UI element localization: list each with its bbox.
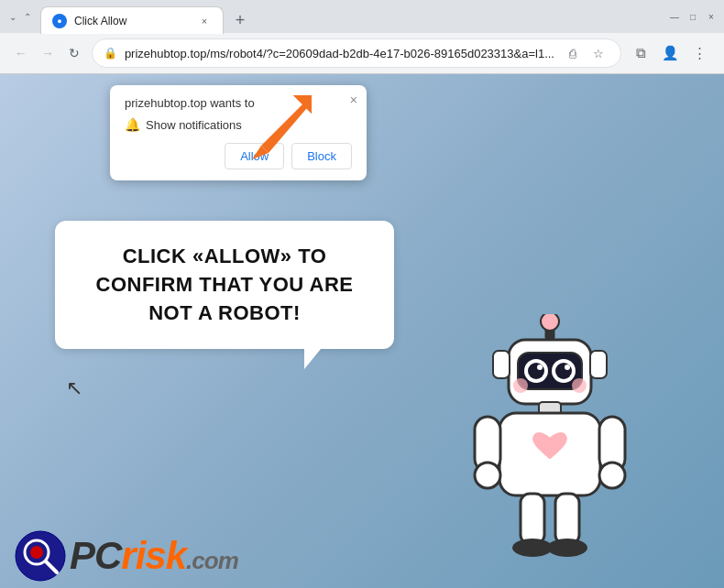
svg-point-24 bbox=[512, 539, 553, 557]
svg-point-10 bbox=[537, 365, 543, 370]
bookmark-icon[interactable]: ☆ bbox=[587, 42, 609, 64]
toolbar-right: ⧉ 👤 ⋮ bbox=[629, 40, 713, 66]
mouse-cursor: ↖ bbox=[66, 376, 82, 400]
chevron-up-icon[interactable]: ⌃ bbox=[22, 11, 33, 22]
tab-strip: ● Click Allow × + bbox=[40, 0, 662, 33]
maximize-button[interactable]: □ bbox=[687, 11, 698, 22]
pcrisk-text: PCrisk.com bbox=[70, 537, 238, 575]
orange-arrow bbox=[243, 91, 316, 164]
close-window-button[interactable]: × bbox=[706, 11, 717, 22]
new-tab-button[interactable]: + bbox=[227, 7, 253, 33]
svg-rect-15 bbox=[590, 351, 607, 378]
svg-point-13 bbox=[572, 378, 587, 393]
notification-header: prizehubtop.top wants to bbox=[125, 96, 352, 110]
svg-point-28 bbox=[30, 546, 43, 559]
notification-buttons: Allow Block bbox=[125, 143, 352, 169]
svg-rect-22 bbox=[521, 494, 544, 544]
svg-point-3 bbox=[541, 314, 559, 331]
svg-rect-14 bbox=[493, 351, 510, 378]
refresh-button[interactable]: ↻ bbox=[65, 40, 84, 66]
pcrisk-icon bbox=[15, 530, 66, 582]
share-icon[interactable]: ⎙ bbox=[562, 42, 584, 64]
window-controls-right: — □ × bbox=[669, 11, 717, 22]
bubble-text: CLICK «ALLOW» TO CONFIRM THAT YOU ARE NO… bbox=[81, 243, 368, 327]
account-icon[interactable]: 👤 bbox=[658, 40, 684, 66]
url-text: prizehubtop.top/ms/robot4/?c=20609dad-b2… bbox=[125, 47, 554, 60]
forward-button[interactable]: → bbox=[38, 40, 57, 66]
notification-bell-row: 🔔 Show notifications bbox=[125, 117, 352, 132]
tab-favicon: ● bbox=[52, 14, 67, 28]
browser-chrome: ⌄ ⌃ ● Click Allow × + — □ × ← → ↻ 🔒 priz… bbox=[0, 0, 724, 74]
active-tab[interactable]: ● Click Allow × bbox=[40, 6, 224, 34]
pc-text: PC bbox=[70, 534, 121, 577]
tab-title: Click Allow bbox=[74, 15, 190, 27]
svg-rect-23 bbox=[555, 494, 579, 544]
svg-point-25 bbox=[547, 539, 587, 557]
risk-text: risk bbox=[121, 534, 186, 577]
svg-point-9 bbox=[555, 363, 572, 379]
speech-bubble: CLICK «ALLOW» TO CONFIRM THAT YOU ARE NO… bbox=[55, 221, 394, 349]
menu-icon[interactable]: ⋮ bbox=[687, 40, 713, 66]
svg-point-12 bbox=[513, 378, 528, 393]
robot-character bbox=[449, 314, 651, 571]
minimize-button[interactable]: — bbox=[669, 11, 680, 22]
title-bar: ⌄ ⌃ ● Click Allow × + — □ × bbox=[0, 0, 724, 33]
address-bar: ← → ↻ 🔒 prizehubtop.top/ms/robot4/?c=206… bbox=[0, 33, 724, 73]
extensions-icon[interactable]: ⧉ bbox=[629, 40, 654, 66]
url-box[interactable]: 🔒 prizehubtop.top/ms/robot4/?c=20609dad-… bbox=[92, 38, 621, 68]
back-button[interactable]: ← bbox=[11, 40, 30, 66]
svg-point-11 bbox=[565, 365, 570, 370]
pcrisk-logo: PCrisk.com bbox=[15, 530, 238, 582]
svg-point-21 bbox=[599, 463, 625, 488]
notification-close-button[interactable]: × bbox=[350, 93, 357, 107]
tab-close-button[interactable]: × bbox=[197, 14, 212, 28]
notification-popup: × prizehubtop.top wants to 🔔 Show notifi… bbox=[110, 85, 367, 180]
svg-point-20 bbox=[475, 463, 500, 488]
com-text: .com bbox=[186, 547, 238, 574]
lock-icon: 🔒 bbox=[104, 47, 117, 60]
chevron-down-icon[interactable]: ⌄ bbox=[7, 11, 18, 22]
window-controls-left: ⌄ ⌃ bbox=[7, 11, 33, 22]
svg-point-8 bbox=[528, 363, 544, 379]
url-actions: ⎙ ☆ bbox=[562, 42, 609, 64]
bell-icon: 🔔 bbox=[125, 117, 140, 132]
page-content: × prizehubtop.top wants to 🔔 Show notifi… bbox=[0, 74, 724, 588]
notification-show-text: Show notifications bbox=[146, 118, 242, 132]
